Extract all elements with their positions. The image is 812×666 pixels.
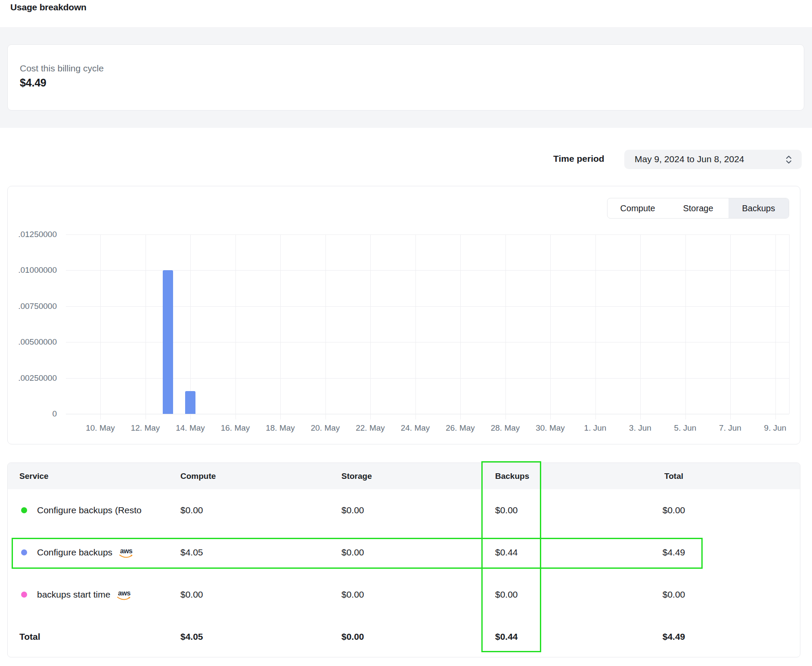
page-title: Usage breakdown	[10, 2, 87, 12]
x-axis-label: 22. May	[356, 423, 385, 433]
cell-storage: $0.00	[341, 505, 495, 515]
usage-table-header: Service Compute Storage Backups Total	[8, 463, 800, 489]
gridline-horizontal	[66, 270, 789, 271]
cell-total: $4.49	[555, 632, 792, 642]
aws-logo-text: aws	[118, 590, 130, 596]
aws-logo-icon: aws	[117, 590, 131, 600]
service-dot	[21, 507, 27, 513]
gridline-vertical	[595, 234, 596, 419]
gridline-horizontal	[66, 342, 789, 342]
chevron-expand-icon	[785, 155, 792, 164]
gridline-vertical	[775, 234, 776, 419]
y-axis-label: .00750000	[9, 302, 57, 311]
cost-value: $4.49	[20, 77, 46, 89]
x-axis-label: 1. Jun	[584, 423, 607, 433]
table-row: Configure backups (Resto $0.00 $0.00 $0.…	[8, 489, 800, 531]
chart-bar[interactable]	[163, 270, 173, 414]
service-name: Configure backups	[37, 547, 112, 558]
x-axis-label: 30. May	[536, 423, 565, 433]
cell-total: $0.00	[555, 505, 792, 515]
gridline-vertical	[685, 234, 686, 419]
x-axis-label: 24. May	[401, 423, 430, 433]
cost-card: Cost this billing cycle $4.49	[7, 44, 804, 111]
gridline-vertical	[370, 234, 371, 419]
cell-total: $0.00	[555, 589, 792, 600]
time-period-select[interactable]: May 9, 2024 to Jun 8, 2024	[624, 150, 802, 169]
gridline-vertical	[460, 234, 461, 419]
gridline-vertical	[730, 234, 731, 419]
time-period-label: Time period	[553, 154, 604, 164]
usage-table-card: Service Compute Storage Backups Total Co…	[7, 462, 800, 657]
chart-tabs: Compute Storage Backups	[607, 198, 789, 219]
service-dot	[21, 549, 27, 555]
cell-storage: $0.00	[341, 632, 495, 642]
table-total-row: Total $4.05 $0.00 $0.44 $4.49	[8, 616, 800, 657]
x-axis-label: 10. May	[86, 423, 115, 433]
y-axis-label: .01250000	[9, 230, 57, 239]
column-header-total: Total	[555, 472, 792, 481]
x-axis-label: 28. May	[491, 423, 520, 433]
y-axis-label: 0	[9, 409, 57, 419]
service-name: backups start time	[37, 589, 110, 600]
y-axis-label: .00250000	[9, 373, 57, 383]
cell-backups: $0.00	[495, 589, 555, 600]
table-row: backups start time aws $0.00 $0.00 $0.00…	[8, 574, 800, 616]
gridline-vertical	[280, 234, 281, 419]
gridline-vertical	[236, 234, 236, 419]
service-name: Configure backups (Resto	[37, 505, 142, 515]
x-axis-label: 12. May	[131, 423, 160, 433]
tab-backups[interactable]: Backups	[728, 198, 789, 218]
gridline-vertical	[640, 234, 641, 419]
tab-storage[interactable]: Storage	[668, 198, 728, 218]
cell-backups: $0.44	[495, 632, 555, 642]
aws-logo-icon: aws	[119, 548, 133, 558]
cell-storage: $0.00	[341, 589, 495, 600]
column-header-compute: Compute	[180, 472, 341, 481]
gridline-vertical	[146, 234, 146, 419]
tab-compute[interactable]: Compute	[607, 198, 668, 218]
x-axis-label: 9. Jun	[764, 423, 787, 433]
cell-backups: $0.00	[495, 505, 555, 515]
gridline-vertical	[789, 234, 790, 414]
plot-area: 10. May12. May14. May16. May18. May20. M…	[66, 234, 789, 414]
column-header-backups: Backups	[495, 472, 555, 481]
table-row: Configure backups aws $4.05 $0.00 $0.44 …	[8, 531, 800, 574]
x-axis-label: 18. May	[266, 423, 295, 433]
aws-logo-text: aws	[120, 548, 133, 554]
x-axis-label: 5. Jun	[674, 423, 697, 433]
gridline-horizontal	[66, 234, 789, 235]
cell-compute: $4.05	[180, 632, 341, 642]
service-dot	[21, 592, 27, 598]
y-axis-label: .01000000	[9, 265, 57, 275]
y-axis-label: .00500000	[9, 337, 57, 347]
total-label: Total	[19, 632, 180, 642]
column-header-storage: Storage	[341, 472, 495, 481]
column-header-service: Service	[19, 472, 180, 481]
cell-compute: $0.00	[180, 589, 341, 600]
chart-bar[interactable]	[185, 391, 195, 414]
gridline-horizontal	[66, 378, 789, 379]
gridline-vertical	[325, 234, 326, 419]
cell-compute: $4.05	[180, 547, 341, 558]
x-axis-label: 20. May	[311, 423, 340, 433]
gridline-horizontal	[66, 306, 789, 307]
gridline-vertical	[100, 234, 101, 419]
gridline-vertical	[505, 234, 506, 419]
billing-cycle-band: Cost this billing cycle $4.49	[0, 27, 812, 128]
x-axis-label: 16. May	[221, 423, 250, 433]
cell-total: $4.49	[555, 547, 792, 558]
gridline-vertical	[550, 234, 551, 419]
x-axis-label: 26. May	[446, 423, 475, 433]
x-axis-label: 3. Jun	[629, 423, 651, 433]
cell-compute: $0.00	[180, 505, 341, 515]
usage-chart-card: Compute Storage Backups .01250000.010000…	[7, 186, 800, 444]
cell-backups: $0.44	[495, 547, 555, 558]
cost-label: Cost this billing cycle	[20, 63, 104, 74]
cell-storage: $0.00	[341, 547, 495, 558]
gridline-vertical	[415, 234, 416, 419]
x-axis-label: 7. Jun	[719, 423, 741, 433]
gridline-horizontal	[66, 414, 789, 414]
x-axis-label: 14. May	[176, 423, 205, 433]
time-period-value: May 9, 2024 to Jun 8, 2024	[635, 154, 744, 164]
